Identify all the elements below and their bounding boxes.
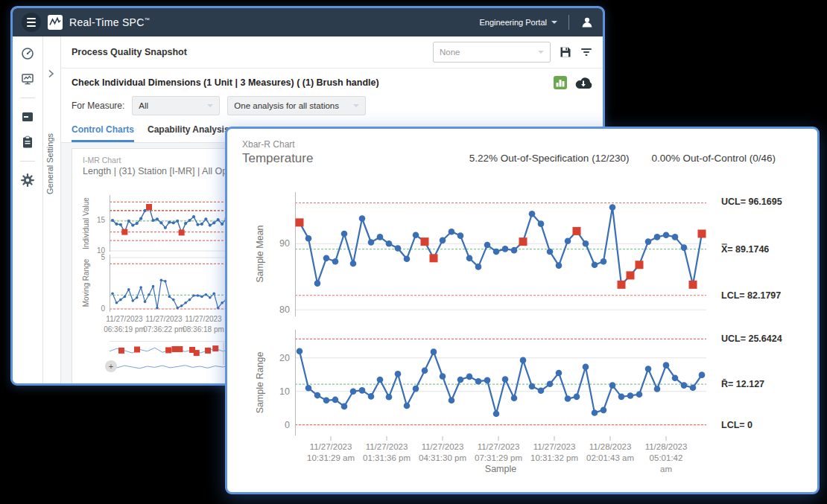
save-button[interactable] xyxy=(560,46,571,58)
data-point[interactable] xyxy=(159,221,162,224)
data-point[interactable] xyxy=(368,239,375,246)
data-point[interactable] xyxy=(699,371,706,378)
data-point[interactable] xyxy=(654,234,661,240)
portal-dropdown[interactable]: Engineering Portal xyxy=(479,18,557,27)
out-of-spec-point[interactable] xyxy=(296,218,304,226)
data-point[interactable] xyxy=(422,368,428,374)
data-point[interactable] xyxy=(136,296,139,299)
data-point[interactable] xyxy=(305,385,312,392)
data-point[interactable] xyxy=(583,364,589,371)
data-point[interactable] xyxy=(168,296,171,299)
data-point[interactable] xyxy=(359,215,366,222)
data-point[interactable] xyxy=(672,374,679,381)
data-point[interactable] xyxy=(139,217,142,220)
data-point[interactable] xyxy=(654,386,661,392)
data-point[interactable] xyxy=(221,223,224,226)
navigator-out-of-spec-marker[interactable] xyxy=(205,348,211,354)
expand-chevron-icon[interactable] xyxy=(48,69,54,78)
data-point[interactable] xyxy=(341,403,348,410)
data-point[interactable] xyxy=(493,249,500,255)
data-point[interactable] xyxy=(205,293,208,296)
data-point[interactable] xyxy=(592,409,598,416)
data-point[interactable] xyxy=(111,292,114,295)
data-point[interactable] xyxy=(377,377,384,383)
monitor-chart-icon[interactable] xyxy=(21,72,34,86)
data-point[interactable] xyxy=(350,388,357,395)
data-point[interactable] xyxy=(466,255,473,262)
data-point[interactable] xyxy=(601,258,607,265)
data-point[interactable] xyxy=(681,382,688,389)
sample-mean-plot[interactable] xyxy=(295,192,706,316)
data-point[interactable] xyxy=(314,280,321,287)
data-point[interactable] xyxy=(127,220,130,223)
data-point[interactable] xyxy=(197,294,200,297)
sample-range-plot[interactable] xyxy=(295,330,706,441)
data-point[interactable] xyxy=(449,398,455,404)
data-point[interactable] xyxy=(601,407,607,414)
navigator-out-of-spec-marker[interactable] xyxy=(177,346,183,352)
data-point[interactable] xyxy=(511,247,518,254)
data-point[interactable] xyxy=(538,387,545,394)
data-point[interactable] xyxy=(332,397,339,403)
data-point[interactable] xyxy=(431,348,437,355)
data-point[interactable] xyxy=(180,304,183,307)
data-point[interactable] xyxy=(297,348,303,354)
data-point[interactable] xyxy=(212,292,215,295)
navigator-out-of-spec-marker[interactable] xyxy=(212,345,218,351)
data-point[interactable] xyxy=(609,382,616,389)
measure-select[interactable]: All xyxy=(132,96,220,115)
data-point[interactable] xyxy=(440,237,446,244)
data-point[interactable] xyxy=(502,246,509,252)
data-point[interactable] xyxy=(119,299,122,302)
data-point[interactable] xyxy=(200,223,203,226)
data-point[interactable] xyxy=(217,218,220,221)
user-account-icon[interactable] xyxy=(580,16,594,29)
data-point[interactable] xyxy=(475,264,482,270)
out-of-spec-point[interactable] xyxy=(519,237,527,246)
data-point[interactable] xyxy=(636,391,643,398)
cloud-export-button[interactable] xyxy=(574,77,592,89)
data-point[interactable] xyxy=(556,370,563,377)
data-point[interactable] xyxy=(663,362,670,369)
data-point[interactable] xyxy=(681,244,688,251)
data-point[interactable] xyxy=(690,384,697,391)
out-of-spec-point[interactable] xyxy=(627,271,635,279)
data-point[interactable] xyxy=(368,393,375,400)
data-point[interactable] xyxy=(168,220,171,223)
out-of-spec-point[interactable] xyxy=(146,204,152,210)
data-point[interactable] xyxy=(131,299,134,302)
data-point[interactable] xyxy=(341,231,348,237)
data-point[interactable] xyxy=(457,232,464,239)
data-point[interactable] xyxy=(413,232,419,238)
data-point[interactable] xyxy=(148,293,150,296)
out-of-spec-point[interactable] xyxy=(121,229,127,235)
sample-range-chart[interactable] xyxy=(295,330,706,444)
data-point[interactable] xyxy=(502,376,509,383)
data-point[interactable] xyxy=(221,302,224,304)
data-point[interactable] xyxy=(156,217,159,220)
data-point[interactable] xyxy=(520,357,527,364)
preset-select[interactable]: None xyxy=(433,42,551,63)
data-point[interactable] xyxy=(484,242,491,249)
data-point[interactable] xyxy=(627,392,634,399)
data-point[interactable] xyxy=(152,285,155,288)
data-point[interactable] xyxy=(663,232,670,238)
navigator-out-of-spec-marker[interactable] xyxy=(134,347,140,353)
data-point[interactable] xyxy=(350,261,357,267)
dashboard-gauge-icon[interactable] xyxy=(21,47,34,60)
navigator-out-of-spec-marker[interactable] xyxy=(118,348,124,354)
data-point[interactable] xyxy=(672,234,679,240)
data-point[interactable] xyxy=(395,245,402,252)
data-point[interactable] xyxy=(413,386,419,392)
data-point[interactable] xyxy=(115,302,118,304)
out-of-spec-point[interactable] xyxy=(618,281,626,289)
data-point[interactable] xyxy=(386,240,393,247)
out-of-spec-point[interactable] xyxy=(179,229,185,235)
data-point[interactable] xyxy=(565,395,571,402)
data-point[interactable] xyxy=(332,258,339,265)
data-point[interactable] xyxy=(359,387,366,394)
data-point[interactable] xyxy=(188,299,191,302)
data-point[interactable] xyxy=(139,286,142,289)
data-point[interactable] xyxy=(323,398,330,404)
data-point[interactable] xyxy=(538,220,545,227)
